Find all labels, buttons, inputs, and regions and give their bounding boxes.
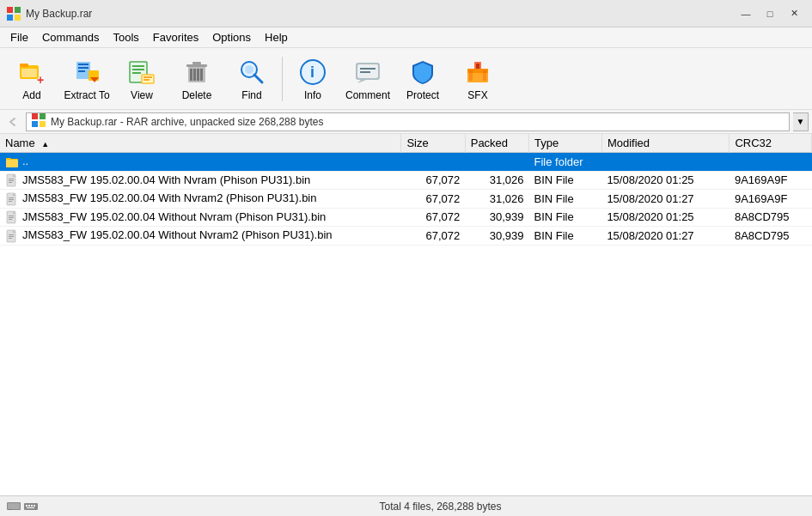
svg-rect-43 — [476, 64, 479, 69]
table-row[interactable]: JMS583_FW 195.02.00.04 Without Nvram2 (P… — [0, 227, 812, 246]
toolbar-comment-button[interactable]: Comment — [341, 52, 394, 106]
path-dropdown[interactable]: ▼ — [793, 112, 809, 131]
file-type: BIN File — [529, 208, 602, 227]
svg-line-32 — [254, 75, 262, 82]
col-header-type[interactable]: Type — [529, 134, 602, 153]
svg-rect-16 — [132, 65, 144, 67]
svg-rect-27 — [200, 69, 203, 81]
col-header-modified[interactable]: Modified — [601, 134, 730, 153]
address-bar: My Backup.rar - RAR archive, unpacked si… — [0, 110, 812, 134]
toolbar-find-label: Find — [241, 89, 261, 101]
toolbar-add-label: Add — [22, 89, 40, 101]
toolbar-sfx-button[interactable]: SFX — [451, 52, 504, 106]
sort-arrow-name: ▲ — [41, 140, 49, 149]
view-icon — [128, 58, 156, 86]
table-row[interactable]: JMS583_FW 195.02.00.04 With Nvram2 (Phis… — [0, 190, 812, 209]
col-header-size[interactable]: Size — [401, 134, 465, 153]
table-row[interactable]: JMS583_FW 195.02.00.04 Without Nvram (Ph… — [0, 208, 812, 227]
svg-rect-53 — [9, 182, 12, 183]
file-icon — [5, 210, 19, 224]
toolbar-protect-label: Protect — [406, 89, 439, 101]
svg-rect-10 — [78, 67, 89, 69]
file-icon — [5, 192, 19, 206]
svg-rect-38 — [360, 71, 370, 73]
file-packed — [465, 153, 528, 172]
file-list-container: Name ▲ Size Packed Type Modified CRC32 — [0, 134, 812, 495]
file-packed: 30,939 — [465, 227, 528, 246]
toolbar-extract-button[interactable]: Extract To — [60, 52, 113, 106]
toolbar-delete-label: Delete — [182, 89, 212, 101]
svg-rect-67 — [8, 503, 20, 509]
minimize-button[interactable]: — — [735, 5, 757, 22]
file-packed: 30,939 — [465, 208, 528, 227]
title-bar: My Backup.rar — □ ✕ — [0, 0, 812, 27]
menu-item-commands[interactable]: Commands — [35, 29, 106, 46]
svg-rect-55 — [9, 197, 14, 198]
menu-item-options[interactable]: Options — [205, 29, 258, 46]
toolbar-protect-button[interactable]: Protect — [396, 52, 449, 106]
svg-rect-5 — [20, 64, 28, 67]
table-row[interactable]: JMS583_FW 195.02.00.04 With Nvram (Phiso… — [0, 171, 812, 190]
menu-item-file[interactable]: File — [3, 29, 35, 46]
toolbar-info-button[interactable]: i Info — [286, 52, 339, 106]
svg-rect-28 — [186, 64, 207, 67]
toolbar-sfx-label: SFX — [467, 89, 487, 101]
svg-rect-37 — [360, 68, 375, 70]
svg-rect-45 — [483, 70, 486, 81]
svg-rect-17 — [132, 69, 144, 70]
file-type: BIN File — [529, 171, 602, 190]
menu-item-favorites[interactable]: Favorites — [146, 29, 205, 46]
svg-rect-51 — [9, 179, 14, 179]
svg-rect-57 — [9, 201, 12, 202]
menu-item-tools[interactable]: Tools — [106, 29, 145, 46]
close-button[interactable]: ✕ — [783, 5, 805, 22]
file-name: JMS583_FW 195.02.00.04 With Nvram2 (Phis… — [0, 190, 401, 209]
svg-rect-49 — [40, 121, 46, 127]
svg-rect-22 — [143, 79, 150, 81]
svg-rect-47 — [40, 113, 46, 119]
file-modified: 15/08/2020 01:27 — [601, 190, 730, 209]
svg-rect-74 — [27, 507, 34, 508]
toolbar-view-label: View — [131, 89, 153, 101]
menu-bar: FileCommandsToolsFavoritesOptionsHelp — [0, 27, 812, 48]
toolbar-find-button[interactable]: Find — [225, 52, 278, 106]
file-modified: 15/08/2020 01:25 — [601, 171, 730, 190]
file-modified — [601, 153, 730, 172]
toolbar-view-button[interactable]: View — [115, 52, 168, 106]
back-button[interactable] — [3, 112, 22, 131]
col-header-name[interactable]: Name ▲ — [0, 134, 401, 153]
keyboard-icon — [24, 501, 38, 512]
col-header-crc32[interactable]: CRC32 — [730, 134, 812, 153]
status-text: Total 4 files, 268,288 bytes — [76, 501, 805, 513]
svg-rect-72 — [31, 505, 33, 507]
maximize-button[interactable]: □ — [759, 5, 781, 22]
path-text: My Backup.rar - RAR archive, unpacked si… — [51, 116, 323, 128]
app-icon — [7, 7, 21, 21]
svg-rect-71 — [28, 505, 30, 507]
toolbar-add-button[interactable]: + Add — [5, 52, 58, 106]
file-size: 67,072 — [401, 190, 465, 209]
archive-path-icon — [32, 113, 46, 130]
drive-icon — [7, 501, 21, 512]
file-name: JMS583_FW 195.02.00.04 Without Nvram (Ph… — [0, 208, 401, 227]
extract-icon — [73, 58, 101, 86]
toolbar-delete-button[interactable]: Delete — [170, 52, 223, 106]
svg-text:i: i — [310, 64, 314, 81]
file-size: 67,072 — [401, 208, 465, 227]
toolbar-separator — [282, 57, 283, 101]
toolbar-extract-label: Extract To — [64, 89, 109, 101]
file-name: JMS583_FW 195.02.00.04 With Nvram (Phiso… — [0, 171, 401, 190]
file-table: Name ▲ Size Packed Type Modified CRC32 — [0, 134, 812, 246]
svg-rect-64 — [9, 236, 14, 237]
col-header-packed[interactable]: Packed — [465, 134, 528, 153]
file-crc32: 8A8CD795 — [730, 227, 812, 246]
menu-item-help[interactable]: Help — [258, 29, 295, 46]
file-type: File folder — [529, 153, 602, 172]
window-title: My Backup.rar — [26, 8, 735, 20]
svg-rect-52 — [9, 180, 14, 181]
svg-rect-61 — [9, 219, 12, 220]
archive-path: My Backup.rar - RAR archive, unpacked si… — [26, 112, 790, 131]
file-size — [401, 153, 465, 172]
table-row[interactable]: ..File folder — [0, 153, 812, 172]
status-bar: Total 4 files, 268,288 bytes — [0, 495, 812, 516]
